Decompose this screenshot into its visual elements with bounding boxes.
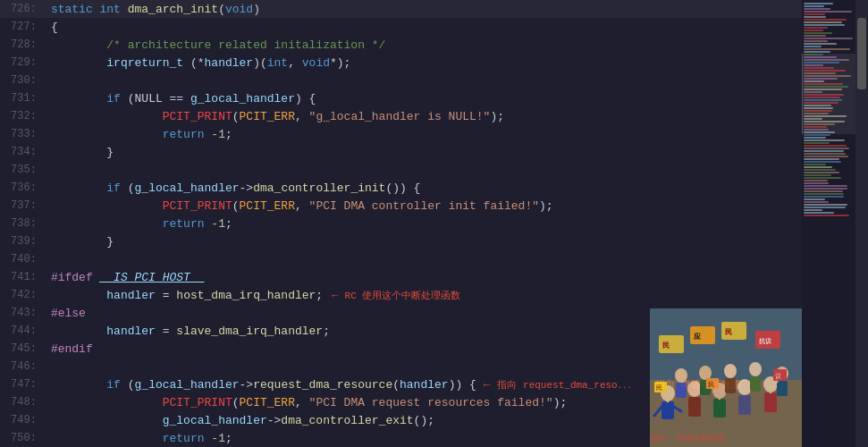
code-line: #ifdef __IS_PCI_HOST__ [47,268,802,286]
minimap-line [804,142,830,144]
token-kw: static [51,3,100,16]
token-num: -1 [211,432,225,445]
token-kw: int [267,56,288,70]
token-plain: ) [253,3,260,16]
minimap[interactable] [802,0,855,447]
token-plain [51,289,106,302]
token-kw: if [106,92,121,105]
code-line [47,358,802,375]
line-number: 742: [0,286,47,304]
line-number: 749: [0,411,47,429]
scrollbar-thumb[interactable] [857,18,866,89]
table-row: 737: PCIT_PRINT(PCIT_ERR, "PCI DMA contr… [0,197,802,215]
minimap-line [804,174,831,176]
token-plain: -> [240,181,254,195]
table-row: 739: } [0,232,802,250]
minimap-line [804,115,847,117]
line-number: 747: [0,375,47,393]
token-fn: dma_controller_init [253,181,385,195]
token-plain [51,128,163,141]
minimap-line [804,139,845,141]
table-row: 740: [0,250,802,268]
table-row: 749: g_local_handler->dma_controller_exi… [0,411,802,429]
minimap-line [804,180,828,181]
code-table: 726:static int dma_arch_init(void)727:{7… [0,0,802,447]
token-plain: ; [225,128,232,141]
token-kw: if [106,181,121,195]
token-fn: slave_dma_irq_handler [176,325,323,338]
token-kw: return [163,128,205,141]
table-row: 748: PCIT_PRINT(PCIT_ERR, "PCI DMA reque… [0,393,802,411]
token-plain: )( [253,56,267,70]
line-number: 732: [0,107,47,125]
token-macro: handler [400,378,449,392]
line-number: 740: [0,250,47,268]
arrow-annotation: ← RC 使用这个中断处理函数 [332,290,460,302]
minimap-line [804,67,834,69]
minimap-line [804,70,846,72]
line-number: 733: [0,125,47,143]
minimap-line [804,150,844,152]
token-plain [51,56,106,70]
minimap-line [804,177,841,179]
line-number: 741: [0,268,47,286]
token-plain: ; [316,289,323,302]
token-plain: ( [232,396,240,409]
minimap-line [804,54,823,55]
minimap-line [804,148,849,149]
code-line: g_local_handler->dma_controller_exit(); [47,411,802,429]
minimap-line [804,153,846,155]
token-plain: ; [323,325,330,338]
table-row: 738: return -1; [0,215,802,232]
token-macro: g_local_handler [190,92,295,105]
table-row: 741:#ifdef __IS_PCI_HOST__ [0,268,802,286]
token-preproc: #ifdef [51,271,100,284]
token-red-fn: PCIT_PRINT [163,199,232,213]
minimap-line [804,27,828,29]
token-plain: -> [240,378,254,392]
minimap-line [804,107,833,109]
minimap-line [804,94,844,96]
code-line: handler = slave_dma_irq_handler; [47,322,802,340]
token-plain: ); [539,199,553,213]
token-red-fn: PCIT_PRINT [163,396,232,409]
token-plain [51,110,163,123]
token-plain: ; [225,432,232,445]
minimap-line [804,207,846,208]
code-line: } [47,143,802,161]
code-line: #endif [47,340,802,358]
token-preproc: #endif [51,342,93,356]
code-line: PCIT_PRINT(PCIT_ERR, "PCI DMA request re… [47,393,802,411]
token-plain [51,38,106,52]
token-kw: void [302,56,330,70]
token-plain [51,217,163,231]
minimap-line [804,172,839,173]
token-plain: } [51,235,114,249]
scrollbar[interactable] [855,0,868,447]
token-macro: g_local_handler [135,181,240,195]
minimap-line [804,80,824,82]
token-str: "g_local_handler is NULL!" [309,110,491,123]
token-preproc: #else [51,307,86,320]
table-row: 736: if (g_local_handler->dma_controller… [0,179,802,197]
minimap-line [804,161,841,163]
token-plain: ( [121,378,135,392]
code-line: PCIT_PRINT(PCIT_ERR, "PCI DMA controller… [47,197,802,215]
line-number: 750: [0,429,47,447]
code-area[interactable]: 726:static int dma_arch_init(void)727:{7… [0,0,802,447]
minimap-line [804,16,826,18]
minimap-line [804,198,825,200]
minimap-line [804,3,833,4]
minimap-line [804,32,832,34]
token-kw: return [163,217,205,231]
table-row: 747: if (g_local_handler->request_dma_re… [0,375,802,393]
minimap-line [804,89,842,90]
token-plain: )) { [449,378,476,392]
token-plain: ( [392,378,400,392]
line-number: 739: [0,232,47,250]
minimap-line [804,13,825,15]
token-plain [51,396,163,409]
token-plain [51,92,106,105]
minimap-line [804,30,823,31]
table-row: 744: handler = slave_dma_irq_handler; [0,322,802,340]
